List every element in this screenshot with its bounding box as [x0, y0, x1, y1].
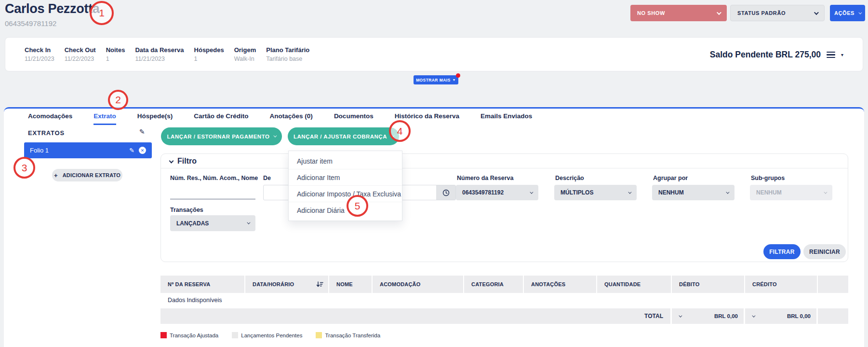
reservation-number-value: 0643549781192 [462, 189, 504, 196]
red-swatch [160, 332, 167, 338]
legend-item-pending: Lançamentos Pendentes [232, 332, 302, 338]
status-label: STATUS PADRÃO [737, 10, 786, 16]
no-show-label: NO SHOW [637, 10, 665, 16]
caret-down-icon: ▼ [453, 78, 456, 82]
reservation-page: Carlos Pezzotta 0643549781192 NO SHOW ST… [0, 0, 868, 347]
reservation-number-label: Número da Reserva [457, 175, 513, 181]
col-credit: CRÉDITO [745, 276, 818, 293]
table-header-row: Nº DA RESERVA DATA/HORÁRIO NOME ACOMODAÇ… [160, 276, 848, 293]
annotation-circle-3: 3 [13, 157, 35, 179]
sort-icon[interactable] [316, 281, 323, 288]
search-input[interactable] [170, 185, 255, 199]
transactions-value: LANÇADAS [176, 220, 209, 227]
chevron-down-icon [858, 11, 862, 14]
menu-item-adicionar-item[interactable]: Adicionar Item [289, 169, 402, 186]
yellow-swatch [316, 332, 322, 338]
actions-button[interactable]: AÇÕES [830, 5, 865, 21]
gray-swatch [232, 332, 238, 338]
pending-balance: Saldo Pendente BRL 275,00 [710, 50, 821, 60]
col-quantity: QUANTIDADE [597, 276, 672, 293]
empty-table-message: Dados Indisponíveis [160, 293, 848, 307]
show-more-label: MOSTRAR MAIS [416, 78, 450, 83]
annotation-circle-5: 5 [347, 195, 368, 217]
filter-header[interactable]: Filtro [161, 154, 848, 168]
col-accommodation: ACOMODAÇÃO [373, 276, 464, 293]
legend-item-transferred: Transação Transferida [316, 332, 380, 338]
date-from-label: De [263, 175, 271, 181]
summary-field-reservation-date: Data da Reserva 11/21/2023 [135, 46, 184, 62]
total-empty-cell [818, 308, 848, 324]
transactions-select[interactable]: LANÇADAS [170, 215, 255, 231]
status-dropdown[interactable]: STATUS PADRÃO [730, 5, 825, 21]
add-folio-button[interactable]: + ADICIONAR EXTRATO [52, 169, 122, 181]
chevron-down-icon[interactable] [752, 314, 755, 317]
chevron-down-icon [247, 221, 250, 224]
subgroups-select-disabled: NENHUM [750, 185, 832, 200]
summary-field-nights: Noites 1 [106, 46, 125, 62]
transactions-table: Nº DA RESERVA DATA/HORÁRIO NOME ACOMODAÇ… [160, 276, 848, 324]
tab-documentos[interactable]: Documentos [334, 112, 374, 125]
balance-menu-icon[interactable] [827, 52, 835, 58]
no-show-button[interactable]: NO SHOW [630, 5, 727, 21]
col-name: NOME [329, 276, 373, 293]
add-folio-label: ADICIONAR EXTRATO [63, 172, 120, 178]
folio-item[interactable]: Folio 1 ✎ ✕ [24, 142, 152, 158]
description-value: MÚLTIPLOS [561, 189, 593, 196]
reset-button[interactable]: REINICIAR [803, 244, 846, 259]
annotation-circle-2: 2 [108, 90, 128, 110]
table-total-row: TOTAL BRL 0,00 BRL 0,00 [160, 308, 848, 324]
reservation-number-select[interactable]: 0643549781192 [456, 185, 538, 200]
tab-bar: Acomodações Extrato Hóspede(s) Cartão de… [28, 112, 532, 125]
menu-item-ajustar-item[interactable]: Ajustar item [289, 153, 402, 169]
subgroups-label: Sub-grupos [751, 175, 785, 181]
group-by-label: Agrupar por [653, 175, 688, 181]
reservation-id: 0643549781192 [5, 19, 56, 28]
menu-item-adicionar-diaria[interactable]: Adicionar Diária [289, 202, 402, 219]
summary-field-guests: Hóspedes 1 [194, 46, 224, 62]
balance-caret-icon[interactable]: ▾ [841, 52, 843, 57]
legend-item-adjusted: Transação Ajustada [160, 332, 218, 338]
tab-extrato[interactable]: Extrato [93, 112, 116, 125]
post-payment-button[interactable]: LANÇAR / ESTORNAR PAGAMENTO [161, 127, 282, 145]
edit-folio-icon[interactable]: ✎ [129, 147, 134, 154]
annotation-circle-1: 1 [90, 1, 114, 25]
subgroups-value: NENHUM [756, 189, 782, 196]
description-select[interactable]: MÚLTIPLOS [554, 185, 637, 200]
filter-card: Filtro Núm. Res., Núm. Acom., Nome De Nú… [160, 153, 848, 262]
summary-field-rate-plan: Plano Tarifário Tarifário base [266, 46, 309, 62]
transactions-label: Transações [170, 207, 203, 213]
post-payment-label: LANÇAR / ESTORNAR PAGAMENTO [167, 134, 270, 139]
collapse-icon [169, 159, 174, 164]
table-legend: Transação Ajustada Lançamentos Pendentes… [160, 332, 380, 338]
post-charge-button[interactable]: LANÇAR / AJUSTAR COBRANÇA [288, 127, 399, 145]
post-charge-label: LANÇAR / AJUSTAR COBRANÇA [294, 134, 387, 139]
edit-folios-icon[interactable]: ✎ [139, 128, 145, 136]
close-folio-icon[interactable]: ✕ [139, 147, 146, 154]
tab-hospedes[interactable]: Hóspede(s) [137, 112, 173, 125]
show-more-button[interactable]: MOSTRAR MAIS ▼ [414, 75, 458, 84]
debit-total-cell: BRL 0,00 [672, 308, 745, 324]
tab-cartao-de-credito[interactable]: Cartão de Crédito [194, 112, 248, 125]
filter-button[interactable]: FILTRAR [763, 244, 801, 259]
col-debit: DÉBITO [672, 276, 745, 293]
debit-total-value: BRL 0,00 [714, 313, 738, 319]
credit-total-value: BRL 0,00 [787, 313, 811, 319]
group-by-value: NENHUM [658, 189, 684, 196]
chevron-down-icon [530, 190, 533, 194]
actions-label: AÇÕES [834, 10, 855, 16]
col-notes: ANOTAÇÕES [524, 276, 597, 293]
summary-field-checkout: Check Out 11/22/2023 [65, 46, 96, 62]
description-label: Descrição [555, 175, 584, 181]
menu-item-adicionar-imposto[interactable]: Adicionar Imposto / Taxa Exclusiva [289, 186, 402, 202]
tab-acomodacoes[interactable]: Acomodações [28, 112, 72, 125]
clock-icon[interactable] [436, 185, 455, 200]
summary-field-origin: Origem Walk-In [234, 46, 256, 62]
credit-total-cell: BRL 0,00 [745, 308, 818, 324]
col-actions-empty [818, 276, 848, 293]
col-category: CATEGORIA [464, 276, 524, 293]
chevron-down-icon[interactable] [679, 314, 682, 317]
group-by-select[interactable]: NENHUM [652, 185, 734, 200]
tab-anotacoes[interactable]: Anotações (0) [270, 112, 313, 125]
tab-emails-enviados[interactable]: Emails Enviados [481, 112, 532, 125]
filter-title: Filtro [177, 157, 197, 166]
